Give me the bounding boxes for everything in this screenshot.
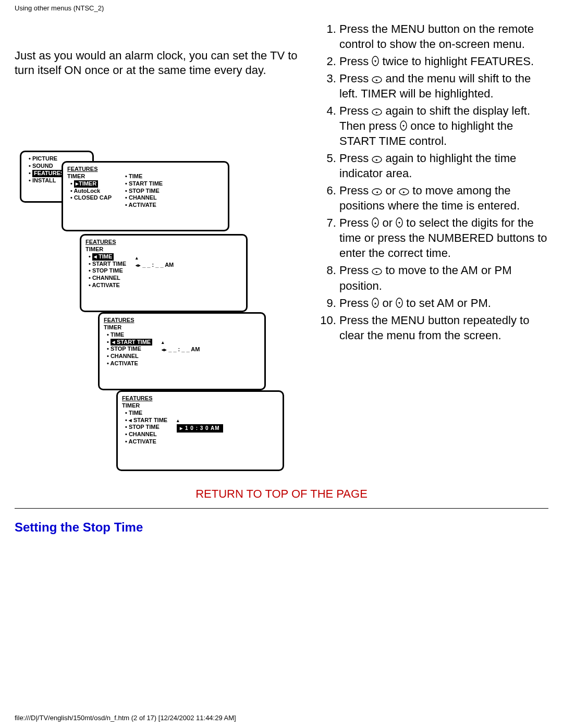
svg-text:◂: ◂ bbox=[376, 190, 378, 194]
step-item: Press ▴ or ▾ to select the digits for th… bbox=[339, 215, 548, 261]
cursor-down-icon: ▾ bbox=[400, 120, 407, 131]
cursor-right-icon: ▸ bbox=[372, 108, 382, 116]
steps-list: Press the MENU button on the remote cont… bbox=[325, 21, 548, 343]
cursor-right-icon: ▸ bbox=[399, 188, 409, 195]
menu-card-time: FEATURES TIMER ◂ TIMESTART TIMESTOP TIME… bbox=[80, 234, 248, 312]
step-item: Press ▸ and the menu will shift to the l… bbox=[339, 71, 548, 101]
step-item: Press the MENU button repeatedly to clea… bbox=[339, 313, 548, 343]
cursor-right-icon: ▸ bbox=[372, 268, 382, 275]
step-item: Press the MENU button on the remote cont… bbox=[339, 21, 548, 52]
right-column: Press the MENU button on the remote cont… bbox=[325, 21, 548, 345]
svg-text:▸: ▸ bbox=[376, 157, 378, 162]
svg-text:▸: ▸ bbox=[376, 78, 378, 82]
svg-text:▾: ▾ bbox=[402, 124, 405, 128]
svg-text:▾: ▾ bbox=[374, 59, 376, 64]
svg-text:▸: ▸ bbox=[403, 190, 405, 194]
step-item: Press ▾ twice to highlight FEATURES. bbox=[339, 54, 548, 69]
menu-card-time-set: FEATURES TIMER TIME◂ START TIMESTOP TIME… bbox=[116, 390, 284, 471]
svg-text:▴: ▴ bbox=[374, 301, 376, 305]
menu-diagram: PICTURESOUNDFEATURESINSTALL FEATURES TIM… bbox=[20, 151, 260, 474]
svg-text:▸: ▸ bbox=[376, 110, 378, 115]
svg-text:▾: ▾ bbox=[398, 220, 400, 225]
step-item: Press ▸ again to highlight the time indi… bbox=[339, 151, 548, 181]
main-content: Just as you would an alarm clock, you ca… bbox=[0, 12, 563, 501]
menu-card-features: FEATURES TIMER ▸TIMERAutoLockCLOSED CAP … bbox=[62, 161, 229, 231]
menu-card-start-time: FEATURES TIMER TIME◂ START TIMESTOP TIME… bbox=[98, 312, 266, 390]
step-item: Press ▸ again to shift the display left.… bbox=[339, 103, 548, 149]
cursor-up-icon: ▴ bbox=[372, 217, 379, 228]
cursor-left-icon: ◂ bbox=[372, 188, 382, 195]
step-item: Press ▸ to move to the AM or PM position… bbox=[339, 263, 548, 293]
left-column: Just as you would an alarm clock, you ca… bbox=[15, 21, 304, 474]
cursor-down-icon: ▾ bbox=[396, 217, 403, 228]
step-item: Press ▴ or ▾ to set AM or PM. bbox=[339, 295, 548, 311]
section-title-stop-time: Setting the Stop Time bbox=[0, 509, 563, 535]
svg-text:▾: ▾ bbox=[398, 301, 400, 305]
cursor-down-icon: ▾ bbox=[372, 56, 379, 66]
cursor-right-icon: ▸ bbox=[372, 76, 382, 83]
intro-paragraph: Just as you would an alarm clock, you ca… bbox=[15, 48, 304, 78]
svg-text:▴: ▴ bbox=[374, 220, 376, 225]
cursor-right-icon: ▸ bbox=[372, 156, 382, 163]
return-to-top-link[interactable]: RETURN TO TOP OF THE PAGE bbox=[15, 487, 548, 501]
step-item: Press ◂ or ▸ to move among the positions… bbox=[339, 183, 548, 213]
header-path: Using other menus (NTSC_2) bbox=[0, 0, 563, 12]
svg-text:▸: ▸ bbox=[376, 269, 378, 274]
cursor-down-icon: ▾ bbox=[396, 298, 403, 308]
cursor-up-icon: ▴ bbox=[372, 298, 379, 308]
